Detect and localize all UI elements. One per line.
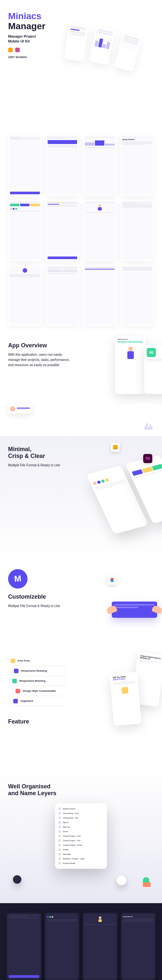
screen-preview	[46, 265, 79, 326]
organized-icon	[13, 699, 18, 703]
screens-grid: Design Element	[0, 129, 162, 332]
feature-item: Responsive Resizing	[10, 677, 67, 685]
resize-icon	[14, 669, 19, 673]
screen-preview	[46, 135, 79, 196]
layer-row: Sign In	[58, 820, 104, 825]
layer-row: Onboarding - Two	[58, 816, 104, 820]
screen-preview: Design Element	[121, 135, 154, 196]
overview-section: App Overview With this application, user…	[0, 332, 162, 436]
custom-title: Customizeble	[8, 593, 154, 600]
feature-list: Free Font Responsive Resizing Responsive…	[8, 657, 67, 705]
features-section: Free Font Responsive Resizing Responsive…	[0, 650, 162, 773]
dark-screen	[45, 913, 80, 980]
layer-row: Project Details	[58, 861, 104, 865]
layer-row: Message	[58, 852, 104, 856]
layers-panel: Splash Screen Onboarding - One Onboardin…	[55, 803, 107, 869]
hands-illustration	[112, 601, 157, 618]
avatar-icon	[10, 406, 15, 412]
dark-screen	[6, 913, 41, 980]
layer-row: Create Project - One	[58, 834, 104, 838]
layer-row: Sign Up	[58, 825, 104, 829]
hero-mockups	[8, 64, 154, 122]
screen-preview	[8, 135, 42, 196]
layer-row: Create Project - Three	[58, 843, 104, 847]
dark-screen	[83, 913, 118, 980]
screen-preview	[83, 200, 117, 261]
screen-preview	[121, 265, 154, 326]
hero-section: Miniacs Manager Manager ProjectMobile UI…	[0, 0, 162, 129]
plant-decoration	[143, 877, 151, 887]
minimal-section: Minimal,Crisp & Clear Multiple File Form…	[0, 436, 162, 559]
overview-body: With this application, users can easily …	[8, 352, 73, 368]
figma-icon	[15, 48, 20, 52]
mini-chart	[145, 423, 152, 430]
layer-row: Splash Screen	[58, 807, 104, 811]
screen-preview	[46, 200, 79, 261]
feature-item: Responsive Resizing	[11, 667, 67, 675]
feature-item: Organized	[11, 697, 67, 705]
product-logo: M	[8, 569, 27, 589]
feature-mockups: Chipoo Digital Agency Website UI Tell Us…	[100, 654, 162, 751]
xd-icon: Xd	[143, 454, 152, 463]
sketch-icon	[111, 443, 120, 452]
user-card	[8, 404, 32, 414]
minimal-body: Multiple File Format & Ready to Use	[8, 463, 73, 468]
sphere-decoration	[13, 875, 21, 884]
custom-section: M Customizeble Multiple File Format & Re…	[0, 559, 162, 650]
screen-preview	[83, 135, 117, 196]
resize-icon	[12, 679, 17, 683]
sphere-decoration	[117, 876, 126, 885]
overview-mockups: Welcome to Project Workshop 05	[104, 339, 162, 430]
date-badge: 05	[147, 348, 156, 357]
dark-screen: Design Element	[121, 913, 156, 980]
layer-row: Statistics - Project - Light	[58, 856, 104, 861]
sketch-icon	[8, 48, 13, 52]
layer-row: Profile	[58, 847, 104, 852]
custom-body: Multiple File Format & Ready to Use	[8, 603, 73, 609]
product-title-line1: Miniacs	[8, 11, 154, 21]
layer-row: Create Project - Two	[58, 838, 104, 843]
screen-preview	[83, 265, 117, 326]
font-icon	[11, 659, 15, 663]
screen-preview	[8, 265, 42, 326]
figma-icon	[108, 576, 117, 585]
iso-mockups	[86, 455, 162, 534]
person-illustration	[126, 347, 135, 360]
wellorg-section: Well Organisedand Name Leyers Splash Scr…	[0, 773, 162, 903]
screen-preview	[8, 200, 42, 261]
style-icon	[16, 689, 20, 693]
layer-row: Home	[58, 829, 104, 834]
feature-item: Free Font	[8, 657, 67, 665]
dark-section: Design Element	[0, 903, 162, 980]
wellorg-title: Well Organisedand Name Leyers	[8, 783, 154, 797]
feature-item: Design Style Customizable	[13, 687, 67, 695]
minimal-title: Minimal,Crisp & Clear	[8, 446, 154, 460]
screen-preview	[121, 200, 154, 261]
layer-row: Onboarding - One	[58, 811, 104, 816]
dark-screens-grid: Design Element	[6, 913, 156, 980]
